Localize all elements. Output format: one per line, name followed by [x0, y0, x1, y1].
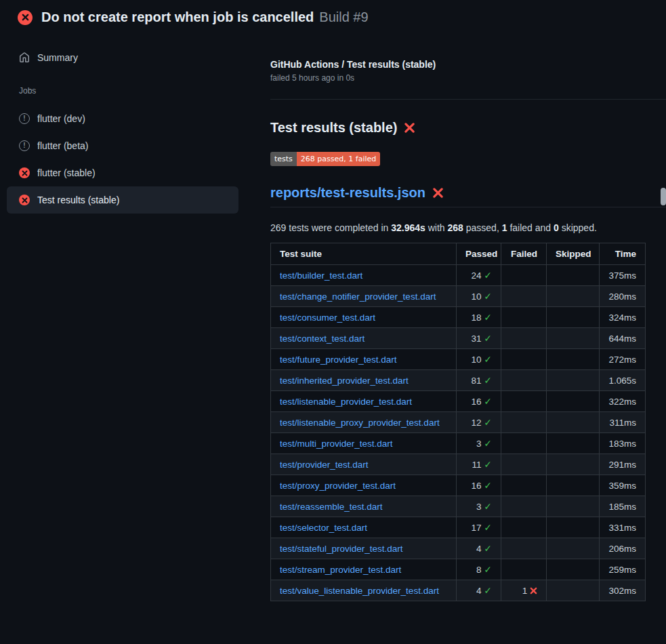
- summary-text: with: [425, 222, 448, 233]
- table-row: test/consumer_test.dart18 ✓324ms: [271, 307, 646, 328]
- summary-skipped: 0: [554, 222, 559, 233]
- sidebar-item-label: Test results (stable): [37, 193, 119, 207]
- check-icon: ✓: [484, 543, 492, 554]
- failed-cell: [501, 475, 547, 496]
- failed-cell: [501, 454, 547, 475]
- passed-cell: 17 ✓: [457, 517, 501, 538]
- passed-cell: 4 ✓: [457, 580, 501, 601]
- passed-cell: 81 ✓: [457, 370, 501, 391]
- failed-cell: [501, 349, 547, 370]
- test-suite-link[interactable]: test/listenable_proxy_provider_test.dart: [280, 418, 440, 428]
- summary-failed: 1: [502, 222, 507, 233]
- sidebar-item-test-results-stable[interactable]: Test results (stable): [7, 186, 238, 214]
- time-cell: 302ms: [600, 580, 646, 601]
- section-title: Test results (stable): [270, 120, 397, 136]
- sidebar-item-label: flutter (beta): [37, 139, 88, 153]
- failed-cell: [501, 370, 547, 391]
- passed-cell: 10 ✓: [457, 286, 501, 307]
- table-row: test/future_provider_test.dart10 ✓272ms: [271, 349, 646, 370]
- time-cell: 206ms: [600, 538, 646, 559]
- suite-cell: test/listenable_proxy_provider_test.dart: [271, 412, 457, 433]
- test-suite-link[interactable]: test/builder_test.dart: [280, 270, 362, 281]
- suite-cell: test/future_provider_test.dart: [271, 349, 457, 370]
- passed-count: 12: [471, 418, 481, 428]
- sidebar: Summary Jobs !flutter (dev)!flutter (bet…: [0, 35, 270, 214]
- page-title: Do not create report when job is cancell…: [41, 9, 314, 25]
- test-suite-link[interactable]: test/reassemble_test.dart: [280, 502, 383, 512]
- suite-cell: test/reassemble_test.dart: [271, 496, 457, 517]
- check-icon: ✓: [484, 564, 492, 575]
- skipped-cell: [547, 349, 600, 370]
- passed-cell: 12 ✓: [457, 412, 501, 433]
- check-icon: ✓: [484, 333, 492, 344]
- test-suite-link[interactable]: test/selector_test.dart: [280, 523, 367, 533]
- passed-cell: 11 ✓: [457, 454, 501, 475]
- table-row: test/stream_provider_test.dart8 ✓259ms: [271, 559, 646, 580]
- test-suite-link[interactable]: test/multi_provider_test.dart: [280, 439, 393, 449]
- failed-status-icon: [18, 10, 33, 25]
- passed-count: 81: [471, 376, 481, 386]
- failed-cell: 1: [501, 580, 547, 601]
- check-icon: ✓: [484, 459, 492, 470]
- failed-cell: [501, 538, 547, 559]
- time-cell: 322ms: [600, 391, 646, 412]
- summary-duration: 32.964s: [391, 222, 425, 233]
- sidebar-item-flutter-dev[interactable]: !flutter (dev): [7, 105, 238, 132]
- scrollbar-thumb[interactable]: [661, 188, 666, 205]
- skipped-cell: [547, 454, 600, 475]
- test-suite-link[interactable]: test/listenable_provider_test.dart: [280, 397, 412, 407]
- skipped-cell: [547, 580, 600, 601]
- sidebar-item-summary[interactable]: Summary: [7, 44, 238, 71]
- check-icon: ✓: [484, 270, 492, 281]
- test-suite-link[interactable]: test/provider_test.dart: [280, 460, 369, 470]
- passed-cell: 8 ✓: [457, 559, 501, 580]
- check-icon: ✓: [484, 522, 492, 533]
- failed-cell: [501, 328, 547, 349]
- passed-cell: 10 ✓: [457, 349, 501, 370]
- test-suite-link[interactable]: test/inherited_provider_test.dart: [280, 376, 409, 386]
- column-header: Skipped: [547, 243, 600, 265]
- table-row: test/provider_test.dart11 ✓291ms: [271, 454, 646, 475]
- check-icon: ✓: [484, 480, 492, 491]
- divider: [270, 99, 666, 100]
- home-icon: [19, 52, 30, 63]
- check-icon: ✓: [484, 354, 492, 365]
- skipped-cell: [547, 559, 600, 580]
- x-circle-icon: [19, 167, 30, 178]
- skipped-cell: [547, 328, 600, 349]
- failed-cell: [501, 517, 547, 538]
- test-suite-link[interactable]: test/future_provider_test.dart: [280, 355, 397, 365]
- passed-count: 16: [471, 397, 481, 407]
- alert-circle-icon: !: [19, 113, 30, 124]
- passed-cell: 31 ✓: [457, 328, 501, 349]
- test-suite-link[interactable]: test/change_notifier_provider_test.dart: [280, 291, 436, 302]
- table-row: test/value_listenable_provider_test.dart…: [271, 580, 646, 601]
- passed-cell: 3 ✓: [457, 433, 501, 454]
- test-suite-link[interactable]: test/stream_provider_test.dart: [280, 565, 401, 575]
- test-suite-link[interactable]: test/context_test.dart: [280, 334, 365, 344]
- table-row: test/proxy_provider_test.dart16 ✓359ms: [271, 475, 646, 496]
- test-suite-link[interactable]: test/stateful_provider_test.dart: [280, 544, 403, 554]
- sidebar-item-flutter-stable[interactable]: flutter (stable): [7, 159, 238, 186]
- table-row: test/stateful_provider_test.dart4 ✓206ms: [271, 538, 646, 559]
- time-cell: 291ms: [600, 454, 646, 475]
- badge-value: 268 passed, 1 failed: [297, 152, 380, 166]
- passed-cell: 24 ✓: [457, 265, 501, 286]
- test-suite-link[interactable]: test/value_listenable_provider_test.dart: [280, 586, 439, 596]
- passed-count: 24: [471, 270, 481, 281]
- test-suite-link[interactable]: test/proxy_provider_test.dart: [280, 481, 396, 491]
- suite-cell: test/proxy_provider_test.dart: [271, 475, 457, 496]
- summary-text: skipped.: [559, 222, 597, 233]
- test-suite-link[interactable]: test/consumer_test.dart: [280, 313, 375, 323]
- sidebar-item-flutter-beta[interactable]: !flutter (beta): [7, 132, 238, 159]
- column-header: Test suite: [271, 243, 457, 265]
- skipped-cell: [547, 265, 600, 286]
- build-number: Build #9: [319, 9, 368, 25]
- check-icon: ✓: [484, 291, 492, 302]
- failed-cell: [501, 412, 547, 433]
- suite-cell: test/multi_provider_test.dart: [271, 433, 457, 454]
- passed-count: 16: [471, 481, 481, 491]
- passed-count: 4: [476, 544, 482, 554]
- report-file-link[interactable]: reports/test-results.json: [270, 185, 425, 201]
- skipped-cell: [547, 307, 600, 328]
